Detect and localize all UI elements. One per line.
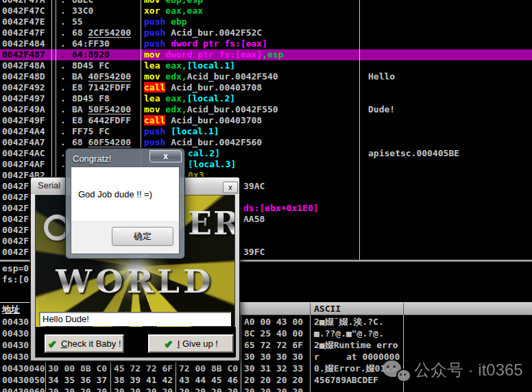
disasm-bytes: FF75 FC — [72, 126, 110, 137]
disasm-instruction: call Acid_bur.00403708 — [144, 82, 262, 93]
disasm-row[interactable]: 0042F497.8D45 F8lea eax,[local.2] — [0, 93, 532, 104]
disasm-address: 0042F48A — [2, 60, 45, 71]
disasm-address: 0042F — [2, 225, 29, 236]
disasm-instruction: push Acid_bur.0042F52C — [144, 27, 262, 38]
dump-address: 00430 — [2, 328, 29, 339]
dialog-message: God Job dude !! =) — [78, 189, 152, 199]
dump-bytes: 20 20 20 20 — [244, 375, 303, 386]
dump-address: 00430040 — [2, 363, 45, 374]
disasm-fragment: [local.3] — [188, 159, 236, 170]
disasm-bytes: 68 60F54200 — [72, 137, 131, 148]
disasm-row[interactable]: 0042F47E.55push ebp — [0, 16, 532, 27]
disasm-address: 0042F4A7 — [2, 137, 45, 148]
disasm-dot-marker: . — [60, 38, 66, 49]
disasm-address: 0042F492 — [2, 82, 45, 93]
disasm-bytes: 8D45 FC — [72, 60, 110, 71]
check-icon: ✔ — [164, 338, 173, 350]
watermark-text: 公众号 · it0365 — [414, 359, 523, 381]
dump-bytes: 8C 25 40 00 — [244, 328, 303, 339]
dump-address: 00430 — [2, 317, 29, 328]
disasm-instruction: xor eax,eax — [144, 5, 203, 16]
disasm-bytes: 8BEC — [72, 0, 93, 5]
dump-bytes: 34 35 36 37 — [48, 375, 107, 386]
disasm-address: 0042F484 — [2, 38, 45, 49]
ok-button[interactable]: 确定 — [112, 227, 173, 246]
dump-row[interactable]: 0043006020 20 20 2020 20 20 2020 20 20 2… — [0, 387, 532, 392]
disasm-row[interactable]: 0042F48D.BA 40F54200mov edx,Acid_bur.004… — [0, 71, 532, 82]
dump-address: 00430060 — [2, 387, 45, 392]
window-title: Serial — [38, 180, 60, 191]
disasm-row[interactable]: 0042F47F.68 2CF54200push Acid_bur.0042F5… — [0, 27, 532, 38]
serial-input[interactable] — [39, 312, 231, 326]
disasm-bytes: BA 40F54200 — [72, 71, 131, 82]
disasm-instruction: mov ebp,esp — [144, 0, 203, 5]
dump-bytes: 30 00 8B C0 — [48, 363, 107, 374]
disasm-row[interactable]: 0042F49F.E8 6442FDFFcall Acid_bur.004037… — [0, 115, 532, 126]
dump-bytes: 20 20 20 20 — [48, 387, 107, 392]
disasm-fragment: 39FC — [243, 247, 265, 258]
disasm-row[interactable]: 0042F49A.BA 50F54200mov edx,Acid_bur.004… — [0, 104, 532, 115]
disasm-bytes: 64:FF30 — [72, 38, 110, 49]
disasm-instruction: push ebp — [144, 16, 187, 27]
disasm-instruction: lea eax,[local.1] — [144, 60, 235, 71]
disasm-address: 0042F — [2, 247, 29, 258]
disasm-dot-marker: . — [60, 60, 66, 71]
disasm-address: 0042F47F — [2, 27, 45, 38]
disasm-fragment: AA58 — [243, 214, 265, 225]
disasm-row[interactable]: 0042F484.64:FF30push dword ptr fs:[eax] — [0, 38, 532, 49]
artwork-word-world: WORLD — [36, 262, 234, 300]
disasm-bytes: 8D45 F8 — [72, 93, 110, 104]
dump-address: 00430 — [2, 340, 29, 351]
disasm-dot-marker: . — [60, 16, 66, 27]
disasm-row[interactable]: 0042F47A.8BECmov ebp,esp — [0, 0, 532, 5]
disasm-address: 0042F487 — [2, 49, 45, 60]
disasm-bytes: 68 2CF54200 — [72, 27, 131, 38]
dialog-body: God Job dude !! =) 确定 — [71, 167, 180, 254]
dump-bytes: 30 30 30 30 — [244, 352, 303, 363]
disasm-address: 0042F497 — [2, 93, 45, 104]
dump-address: 00430050 — [2, 375, 45, 386]
disasm-row[interactable]: 0042F487.64:8920mov dword ptr fs:[eax],e… — [0, 49, 532, 60]
close-button[interactable]: x — [149, 150, 182, 162]
disasm-dot-marker: . — [60, 49, 66, 60]
dump-bytes: 43 44 45 46 — [179, 375, 238, 386]
disasm-address: 0042F — [2, 203, 29, 214]
disasm-row[interactable]: 0042F492.E8 7142FDFFcall Acid_bur.004037… — [0, 82, 532, 93]
register-info-line: fs:[0 — [2, 274, 29, 285]
check-icon: ✔ — [47, 338, 56, 350]
disasm-bytes: E8 6442FDFF — [72, 115, 131, 126]
check-it-baby-button[interactable]: ✔ Check it Baby ! — [45, 334, 124, 353]
comment-column-separator — [359, 0, 360, 260]
debugger-screen: 0042F47A.8BECmov ebp,esp0042F47C.33C0xor… — [0, 0, 532, 392]
dump-bytes: 38 39 41 42 — [114, 375, 173, 386]
disasm-address: 0042F4AC — [2, 148, 45, 159]
close-icon: x — [163, 151, 168, 161]
disasm-comment: Hello — [368, 71, 395, 82]
serial-button-bar: ✔ Check it Baby ! ✔ I Give up ! — [36, 327, 236, 357]
dialog-footer: 确定 — [71, 221, 179, 254]
disasm-comment: Dude! — [368, 104, 395, 115]
disasm-row[interactable]: 0042F48A.8D45 FClea eax,[local.1] — [0, 60, 532, 71]
disasm-dot-marker: . — [60, 71, 66, 82]
close-button[interactable]: x — [223, 182, 238, 193]
disasm-address: 0042F49F — [2, 115, 45, 126]
dump-ascii: ■.??@.■"@.?@. — [314, 328, 384, 339]
disasm-address: 0042F47E — [2, 16, 45, 27]
disasm-dot-marker: . — [60, 126, 66, 137]
disasm-fragment: cal.2] — [188, 148, 220, 159]
close-icon: x — [228, 183, 232, 191]
disasm-instruction: mov edx,Acid_bur.0042F550 — [144, 104, 278, 115]
disasm-dot-marker: . — [60, 115, 66, 126]
dump-bytes: 30 31 32 33 — [244, 363, 303, 374]
disasm-fragment: 39AC — [243, 181, 265, 192]
disasm-bytes: BA 50F54200 — [72, 104, 131, 115]
disasm-row[interactable]: 0042F4A7.68 60F54200push Acid_bur.0042F5… — [0, 137, 532, 148]
disasm-address: 0042F47C — [2, 5, 45, 16]
disasm-address: 0042F47A — [2, 0, 45, 5]
disasm-row[interactable]: 0042F47C.33C0xor eax,eax — [0, 5, 532, 16]
disasm-row[interactable]: 0042F4A4.FF75 FCpush [local.1] — [0, 126, 532, 137]
give-up-button[interactable]: ✔ I Give up ! — [148, 334, 234, 353]
disasm-address: 0042F — [2, 181, 29, 192]
register-info-line: esp=0 — [2, 263, 29, 274]
ascii-column-header[interactable]: ASCII — [314, 304, 341, 314]
